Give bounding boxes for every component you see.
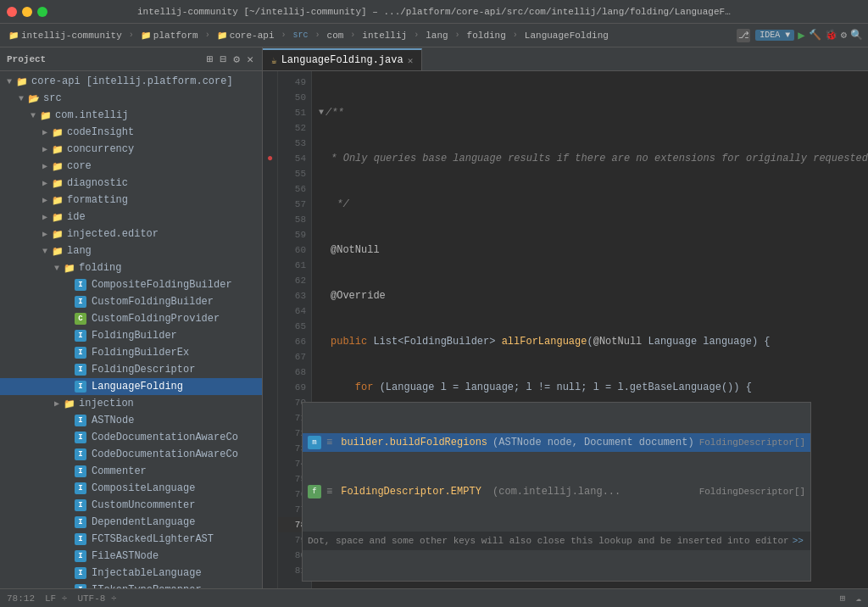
- gutter-78: [263, 517, 277, 532]
- tree-item-code-doc-2[interactable]: I CodeDocumentationAwareCo: [0, 446, 262, 463]
- maximize-button[interactable]: [37, 7, 47, 17]
- expand-arrow[interactable]: ▶: [39, 161, 51, 171]
- minimize-button[interactable]: [22, 7, 32, 17]
- folder-icon: 📁: [51, 193, 64, 207]
- tree-item-diagnostic[interactable]: ▶ 📁 diagnostic: [0, 175, 262, 192]
- debug-icon[interactable]: 🐞: [825, 29, 837, 42]
- status-vcs-icon[interactable]: ⊞: [840, 593, 846, 604]
- vcs-icon[interactable]: ⎇: [737, 29, 750, 42]
- gutter-53: [263, 136, 277, 151]
- expand-arrow[interactable]: ▶: [39, 229, 51, 239]
- status-lf[interactable]: LF ÷: [45, 593, 67, 604]
- code-container[interactable]: ●: [263, 71, 868, 588]
- ln-69: 69: [278, 380, 311, 395]
- tree-item-codeinsight[interactable]: ▶ 📁 codeInsight: [0, 124, 262, 141]
- tree-item-code-doc-1[interactable]: I CodeDocumentationAwareCo: [0, 429, 262, 446]
- expand-arrow[interactable]: ▶: [39, 212, 51, 222]
- nav-item-languagefolding[interactable]: LanguageFolding: [521, 29, 612, 42]
- nav-item-folding[interactable]: folding: [464, 29, 509, 42]
- nav-item-src[interactable]: src: [290, 29, 312, 42]
- tree-item-itoken-type-remapper[interactable]: I ITokenTypeRemapper: [0, 582, 262, 588]
- tree-item-file-astnode[interactable]: I FileASTNode: [0, 548, 262, 565]
- tree-item-ide[interactable]: ▶ 📁 ide: [0, 209, 262, 226]
- tree-item-language-folding[interactable]: I LanguageFolding: [0, 378, 262, 395]
- tree-item-composite-folding-builder[interactable]: I CompositeFoldingBuilder: [0, 276, 262, 293]
- ln-53: 53: [278, 136, 311, 151]
- nav-item-platform[interactable]: 📁 platform: [137, 29, 202, 42]
- sidebar-settings-icon[interactable]: ⊞: [205, 51, 215, 68]
- tree-item-concurrency[interactable]: ▶ 📁 concurrency: [0, 141, 262, 158]
- tree-item-folding[interactable]: ▼ 📁 folding: [0, 259, 262, 276]
- tree-item-custom-uncommenter[interactable]: I CustomUncommenter: [0, 497, 262, 514]
- close-button[interactable]: [7, 7, 17, 17]
- expand-arrow[interactable]: ▶: [39, 178, 51, 188]
- nav-item-intellij[interactable]: intellij: [359, 29, 410, 42]
- gutter-67: [263, 349, 277, 365]
- code-line-52: @NotNull: [319, 242, 868, 258]
- expand-arrow[interactable]: ▼: [51, 264, 63, 273]
- folder-icon: 📁: [63, 261, 76, 275]
- idea-button[interactable]: IDEA ▼: [755, 30, 794, 41]
- tree-item-injected-editor[interactable]: ▶ 📁 injected.editor: [0, 226, 262, 242]
- sidebar-gear-icon[interactable]: ⚙: [231, 51, 242, 68]
- tree-label: FoldingBuilder: [92, 330, 177, 342]
- expand-arrow[interactable]: ▶: [39, 144, 51, 154]
- tab-label: LanguageFolding.java: [281, 54, 403, 66]
- tree-item-custom-folding-provider[interactable]: C CustomFoldingProvider: [0, 310, 262, 327]
- ac-item-build-fold-regions[interactable]: m ≡ builder.buildFoldRegions (ASTNode no…: [312, 433, 810, 452]
- expand-arrow[interactable]: ▶: [39, 195, 51, 205]
- tree-item-composite-language[interactable]: I CompositeLanguage: [0, 480, 262, 497]
- tab-close-icon[interactable]: ✕: [408, 55, 414, 66]
- code-editor[interactable]: ▼ /** * Only queries base language resul…: [312, 71, 868, 588]
- java-icon: ☕: [271, 55, 277, 66]
- tree-item-core[interactable]: ▶ 📁 core: [0, 158, 262, 175]
- interface-icon: I: [75, 364, 86, 376]
- search-everywhere-icon[interactable]: 🔍: [850, 29, 863, 42]
- fold-49[interactable]: ▼: [319, 105, 324, 120]
- settings-icon[interactable]: ⚙: [841, 29, 847, 42]
- tree-item-lang[interactable]: ▼ 📁 lang: [0, 242, 262, 259]
- ln-63: 63: [278, 288, 311, 304]
- expand-arrow[interactable]: ▶: [51, 398, 63, 409]
- status-encoding[interactable]: UTF-8 ÷: [77, 593, 116, 604]
- status-caret[interactable]: 78:12: [7, 593, 35, 604]
- nav-item-core-api[interactable]: 📁 core-api: [214, 29, 278, 42]
- tree-item-injection[interactable]: ▶ 📁 injection: [0, 395, 262, 412]
- status-cloud-icon[interactable]: ☁: [855, 593, 861, 604]
- nav-item-lang[interactable]: lang: [422, 29, 451, 42]
- tree-label: ITokenTypeRemapper: [92, 584, 202, 588]
- tree-item-folding-builder[interactable]: I FoldingBuilder: [0, 327, 262, 344]
- expand-arrow[interactable]: ▼: [15, 94, 27, 103]
- tab-language-folding[interactable]: ☕ LanguageFolding.java ✕: [263, 48, 422, 70]
- tree-item-formatting[interactable]: ▶ 📁 formatting: [0, 192, 262, 209]
- gutter-76: [263, 487, 277, 502]
- gutter-54-breakpoint[interactable]: ●: [263, 151, 277, 166]
- tree-item-src[interactable]: ▼ 📂 src: [0, 90, 262, 107]
- tree-item-fcts-backed[interactable]: I FCTSBackedLighterAST: [0, 531, 262, 548]
- expand-arrow[interactable]: ▶: [39, 127, 51, 137]
- expand-arrow[interactable]: ▼: [3, 77, 15, 86]
- build-icon[interactable]: 🔨: [809, 29, 821, 42]
- nav-item-com[interactable]: com: [324, 29, 348, 42]
- tree-item-injectable-language[interactable]: I InjectableLanguage: [0, 565, 262, 582]
- gutter-57: [263, 197, 277, 212]
- tree-item-core-api[interactable]: ▼ 📁 core-api [intellij.platform.core]: [0, 73, 262, 90]
- tree-item-folding-descriptor[interactable]: I FoldingDescriptor: [0, 361, 262, 378]
- expand-arrow[interactable]: ▼: [39, 247, 51, 256]
- tree-item-folding-builder-ex[interactable]: I FoldingBuilderEx: [0, 344, 262, 361]
- interface-icon: I: [75, 432, 86, 443]
- project-title: Project: [7, 54, 202, 64]
- expand-arrow[interactable]: ▼: [27, 111, 39, 120]
- run-button[interactable]: ▶: [798, 28, 804, 42]
- sidebar-close-icon[interactable]: ✕: [245, 51, 255, 68]
- tree-item-commenter[interactable]: I Commenter: [0, 463, 262, 480]
- ac-item-folding-descriptor-empty[interactable]: f ≡ FoldingDescriptor.EMPTY (com.intelli…: [312, 482, 810, 501]
- sidebar-sort-icon[interactable]: ⊟: [219, 51, 229, 68]
- tree-item-astnode[interactable]: I ASTNode: [0, 412, 262, 429]
- tree-label: CodeDocumentationAwareCo: [92, 432, 238, 443]
- tree-item-com-intellij[interactable]: ▼ 📁 com.intellij: [0, 107, 262, 124]
- folder-icon: 📁: [39, 109, 53, 122]
- tree-item-custom-folding-builder[interactable]: I CustomFoldingBuilder: [0, 293, 262, 310]
- tree-item-dependent-language[interactable]: I DependentLanguage: [0, 514, 262, 531]
- nav-item-intellij-community[interactable]: 📁 intellij-community: [5, 29, 125, 42]
